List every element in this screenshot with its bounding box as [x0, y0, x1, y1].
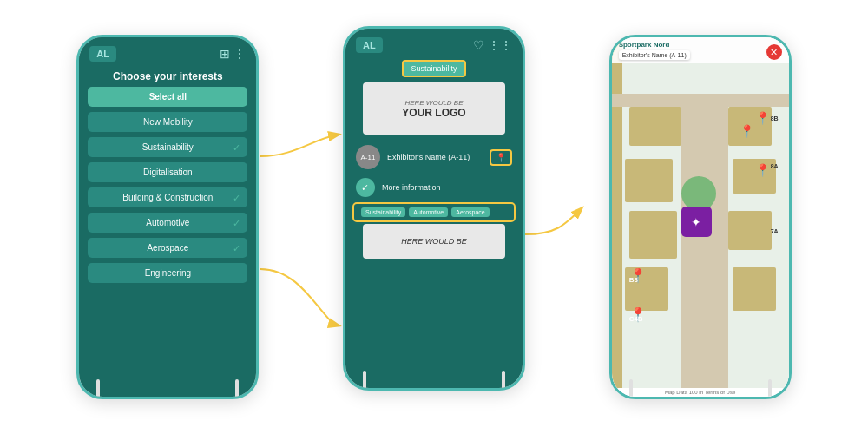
phone3-screen: ✕ Sportpark Nord Exhibitor's Name (A-11) [612, 37, 789, 397]
aerospace-check: ✓ [233, 242, 240, 253]
green-circle [681, 176, 716, 211]
phone2-header: AL ♡ ⋮⋮ [345, 29, 523, 56]
phone2-logo: AL [356, 37, 383, 53]
label-b3: B3 [629, 276, 638, 284]
map-header: Sportpark Nord Exhibitor's Name (A-11) [612, 37, 789, 63]
phone1-logo: AL [89, 46, 116, 62]
earphone3-cable-left [629, 379, 633, 399]
tag-sustainability: Sustainability [361, 207, 405, 217]
automotive-label: Automotive [146, 218, 189, 227]
interest-automotive[interactable]: Automotive ✓ [88, 213, 247, 233]
map-pin-1: 📍 [755, 111, 770, 125]
your-logo-text: YOUR LOGO [402, 107, 465, 119]
more-info-label: More information [382, 183, 441, 192]
exhibitor-row: A-11 Exhibitor's Name (A-11) 📍 [345, 140, 523, 174]
earphone-cable-right [235, 379, 239, 399]
phone-2: AL ♡ ⋮⋮ Sustainability HERE WOULD BE YOU… [343, 26, 525, 391]
tag-automotive: Automotive [409, 207, 448, 217]
more-info-row[interactable]: ✓ More information [345, 174, 523, 201]
aerospace-label: Aerospace [147, 243, 188, 253]
phone1-header: AL ⊞ ⋮ [79, 37, 256, 67]
select-all-label: Select all [149, 92, 187, 102]
exhibitor-name: Exhibitor's Name (A-11) [387, 153, 470, 161]
exhibitor-popup: Exhibitor's Name (A-11) [619, 50, 690, 60]
label-c4b: C4B [629, 315, 643, 323]
map-pin-3: 📍 [755, 163, 770, 177]
map-pin-2: 📍 [740, 124, 754, 138]
building-label: Building & Construction [122, 193, 213, 202]
phone1-icons: ⊞ ⋮ [220, 47, 246, 61]
phone2-content: Sustainability HERE WOULD BE YOUR LOGO A… [345, 56, 523, 388]
logo-placeholder: HERE WOULD BE YOUR LOGO [363, 82, 505, 135]
heart-icon: ♡ [473, 38, 484, 52]
digitalisation-label: Digitalisation [143, 168, 193, 177]
select-all-btn[interactable]: Select all [88, 87, 247, 107]
road-left [612, 37, 622, 388]
interest-aerospace[interactable]: Aerospace ✓ [88, 238, 247, 258]
arrow-1 [260, 135, 339, 156]
here-text: HERE WOULD BE [404, 99, 463, 107]
interest-engineering[interactable]: Engineering [88, 263, 247, 283]
phone2-bottom-logo: HERE WOULD BE [363, 224, 505, 259]
map-footer: Map Data 100 m Terms of Use [612, 388, 789, 397]
road-right [715, 94, 728, 388]
map-building-8 [733, 267, 776, 311]
interests-title: Choose your interests [79, 67, 256, 84]
interest-building[interactable]: Building & Construction ✓ [88, 187, 247, 207]
interest-new-mobility[interactable]: New Mobility [88, 112, 247, 132]
sustainability-wrapper: Sustainability [345, 56, 523, 77]
sustainability-label: Sustainability [142, 142, 194, 152]
interest-sustainability[interactable]: Sustainability ✓ [88, 137, 247, 157]
sustainability-check: ✓ [233, 141, 240, 153]
arrow-2 [260, 269, 339, 326]
phone-3: ✕ Sportpark Nord Exhibitor's Name (A-11) [609, 35, 792, 399]
more-info-icon: ✓ [356, 178, 375, 197]
automotive-check: ✓ [233, 217, 240, 228]
label-7a: 7A [771, 228, 779, 234]
purple-star: ✦ [681, 207, 712, 237]
building-check: ✓ [233, 192, 240, 203]
map-building-6 [728, 211, 772, 250]
map-building-3 [625, 159, 673, 202]
engineering-label: Engineering [145, 268, 191, 278]
phone2-screen: AL ♡ ⋮⋮ Sustainability HERE WOULD BE YOU… [345, 29, 523, 388]
map-building-1 [629, 107, 681, 146]
map-area: ✕ Sportpark Nord Exhibitor's Name (A-11) [612, 37, 789, 388]
location-name: Sportpark Nord [619, 41, 782, 49]
menu-icon: ⋮ [233, 47, 246, 61]
scene: AL ⊞ ⋮ Choose your interests Select all … [0, 0, 868, 434]
label-8a: 8A [771, 163, 779, 169]
earphone-cable-left [96, 379, 100, 399]
interest-digitalisation[interactable]: Digitalisation [88, 162, 247, 182]
tag-aerospace: Aerospace [451, 207, 489, 217]
label-8b: 8B [771, 115, 779, 122]
phone1-screen: AL ⊞ ⋮ Choose your interests Select all … [79, 37, 256, 397]
sustainability-tag: Sustainability [402, 60, 465, 77]
exhibitor-badge: A-11 [356, 145, 380, 169]
pin-icon: 📍 [496, 153, 506, 162]
phone2-icons: ♡ ⋮⋮ [473, 38, 512, 52]
road-center [681, 94, 716, 388]
new-mobility-label: New Mobility [143, 117, 193, 127]
map-building-5 [629, 211, 677, 259]
earphone2-cable-right [502, 371, 505, 391]
grid-icon: ⋮⋮ [488, 38, 512, 52]
earphone3-cable-right [768, 379, 772, 399]
map-close-button[interactable]: ✕ [766, 44, 782, 60]
earphone2-cable-left [363, 371, 366, 391]
arrow-3 [525, 208, 582, 234]
location-pin-box[interactable]: 📍 [490, 149, 512, 166]
tags-row: Sustainability Automotive Aerospace [352, 202, 516, 222]
translate-icon: ⊞ [220, 47, 230, 61]
phone-1: AL ⊞ ⋮ Choose your interests Select all … [76, 35, 259, 399]
